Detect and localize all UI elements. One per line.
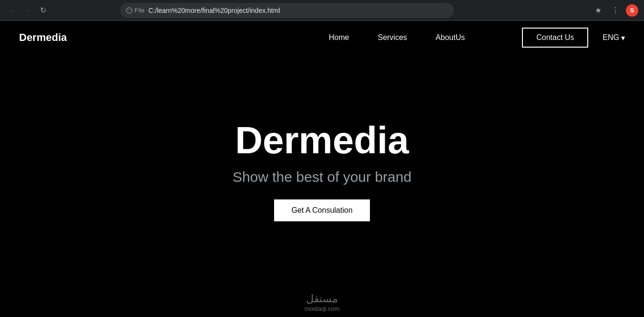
contact-us-button[interactable]: Contact Us [522, 28, 588, 48]
bookmark-button[interactable]: ★ [592, 4, 605, 17]
cta-button[interactable]: Get A Consulation [274, 199, 369, 221]
brand-logo[interactable]: Dermedia [19, 31, 67, 44]
nav-links: Home Services AboutUs [329, 33, 465, 42]
hero-section: Dermedia Show the best of your brand Get… [0, 54, 644, 317]
refresh-button[interactable]: ↻ [36, 4, 50, 17]
watermark-latin: mostaql.com [305, 305, 340, 312]
protocol-label: File [134, 7, 144, 14]
watermark: مستقل mostaql.com [305, 293, 340, 312]
file-protocol-icon: File [126, 7, 144, 14]
chevron-down-icon: ▾ [621, 33, 625, 42]
back-button[interactable]: ← [6, 4, 19, 17]
hero-subtitle: Show the best of your brand [233, 169, 411, 185]
navbar: Dermedia Home Services AboutUs Contact U… [0, 21, 644, 54]
browser-actions: ★ ⋮ S [592, 4, 638, 17]
menu-button[interactable]: ⋮ [609, 4, 622, 17]
nav-link-home[interactable]: Home [329, 33, 349, 42]
nav-buttons: ← → ↻ [6, 4, 50, 17]
forward-button[interactable]: → [21, 4, 34, 17]
browser-chrome: ← → ↻ File C:/learn%20more/final%20proje… [0, 0, 644, 21]
lang-label: ENG [603, 33, 619, 42]
nav-link-services[interactable]: Services [378, 33, 407, 42]
website-content: Dermedia Home Services AboutUs Contact U… [0, 21, 644, 317]
address-bar[interactable]: File C:/learn%20more/final%20project/ind… [120, 3, 454, 18]
url-text: C:/learn%20more/final%20project/index.ht… [148, 7, 280, 14]
watermark-arabic: مستقل [305, 293, 340, 305]
hero-title: Dermedia [235, 121, 409, 159]
nav-link-about[interactable]: AboutUs [436, 33, 465, 42]
profile-avatar[interactable]: S [626, 4, 638, 17]
language-selector[interactable]: ENG ▾ [603, 33, 625, 42]
